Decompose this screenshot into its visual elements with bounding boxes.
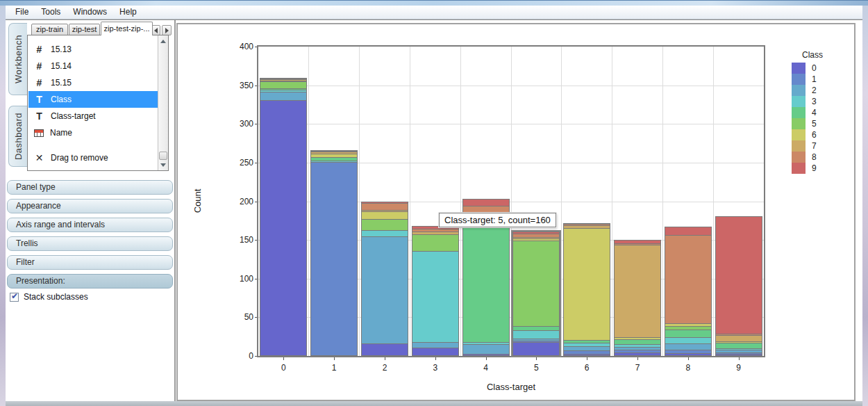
bar-segment-class-2[interactable] bbox=[564, 346, 610, 351]
bar-segment-class-2[interactable] bbox=[260, 92, 306, 100]
bar-segment-class-0[interactable] bbox=[665, 353, 711, 355]
accordion-header-presentation[interactable]: Presentation: bbox=[7, 274, 173, 289]
dataset-tab-zip-test-zip-[interactable]: zip-test-zip-... bbox=[101, 22, 153, 35]
bar-segment-class-0[interactable] bbox=[513, 342, 559, 355]
legend-label: 3 bbox=[812, 97, 817, 106]
bar-segment-class-0[interactable] bbox=[716, 354, 762, 355]
bar-segment-class-4[interactable] bbox=[513, 326, 559, 331]
menu-item-tools[interactable]: Tools bbox=[35, 6, 67, 19]
list-item-name[interactable]: Name bbox=[28, 124, 158, 141]
bar-segment-class-3[interactable] bbox=[665, 337, 711, 343]
accordion-header-axis-range-and-intervals[interactable]: Axis range and intervals bbox=[7, 218, 173, 232]
bar-segment-class-7[interactable] bbox=[716, 335, 762, 341]
accordion-header-filter[interactable]: Filter bbox=[7, 255, 173, 270]
bar-class-target-5[interactable] bbox=[512, 232, 560, 356]
legend-swatch-icon bbox=[792, 96, 806, 107]
list-item-label: 15.15 bbox=[51, 78, 72, 88]
bar-segment-class-4[interactable] bbox=[615, 339, 660, 345]
bar-segment-class-4[interactable] bbox=[665, 330, 711, 337]
legend-row-class-5: 5 bbox=[792, 118, 833, 129]
bar-segment-class-0[interactable] bbox=[412, 348, 458, 355]
bar-class-target-6[interactable] bbox=[563, 223, 610, 356]
legend-label: 8 bbox=[812, 152, 817, 162]
bar-segment-class-5[interactable] bbox=[260, 81, 306, 88]
bar-segment-class-7[interactable] bbox=[615, 245, 660, 338]
bar-segment-class-2[interactable] bbox=[412, 342, 458, 348]
bar-segment-class-0[interactable] bbox=[362, 343, 408, 355]
y-tick-label: 50 bbox=[219, 312, 253, 323]
legend: Class 0123456789 bbox=[792, 50, 833, 174]
bar-segment-class-8[interactable] bbox=[665, 235, 711, 324]
vertical-tab-workbench[interactable]: Workbench bbox=[8, 23, 27, 95]
bar-segment-class-9[interactable] bbox=[716, 216, 762, 334]
accordion-header-panel-type[interactable]: Panel type bbox=[7, 180, 173, 195]
list-item-15-13[interactable]: #15.13 bbox=[28, 41, 158, 58]
bar-segment-class-0[interactable] bbox=[260, 100, 306, 355]
y-tick-label: 200 bbox=[219, 197, 253, 207]
menu-item-windows[interactable]: Windows bbox=[67, 6, 113, 19]
legend-row-class-2: 2 bbox=[792, 85, 833, 96]
accordion-header-appearance[interactable]: Appearance bbox=[7, 199, 173, 213]
list-item-15-15[interactable]: #15.15 bbox=[28, 74, 158, 91]
bar-segment-class-6[interactable] bbox=[362, 211, 408, 219]
bar-segment-class-9[interactable] bbox=[665, 227, 711, 234]
bar-class-target-0[interactable] bbox=[260, 78, 307, 356]
bar-segment-class-3[interactable] bbox=[362, 230, 408, 236]
gridline-vertical bbox=[410, 47, 410, 356]
bar-segment-class-8[interactable] bbox=[463, 206, 509, 213]
y-tick-label: 400 bbox=[219, 42, 253, 52]
bar-segment-class-4[interactable] bbox=[716, 343, 762, 348]
bar-segment-class-0[interactable] bbox=[463, 354, 509, 355]
accordion-header-trellis[interactable]: Trellis bbox=[7, 236, 173, 251]
vertical-tab-dashboard[interactable]: Dashboard bbox=[8, 106, 27, 167]
list-item-class-target[interactable]: TClass-target bbox=[28, 108, 158, 124]
numeric-icon: # bbox=[34, 77, 44, 88]
gridline-vertical bbox=[561, 47, 562, 356]
bar-segment-class-0[interactable] bbox=[564, 354, 610, 355]
bar-class-target-1[interactable] bbox=[310, 150, 358, 356]
bar-segment-class-0[interactable] bbox=[615, 352, 660, 355]
bar-segment-class-8[interactable] bbox=[362, 203, 408, 210]
x-tick-label: 0 bbox=[266, 363, 301, 373]
dataset-tab-zip-train[interactable]: zip-train bbox=[31, 24, 68, 35]
scroll-down-button[interactable] bbox=[158, 160, 168, 170]
x-tick-label: 3 bbox=[418, 363, 453, 373]
list-item-15-14[interactable]: #15.14 bbox=[28, 58, 158, 74]
scroll-up-button[interactable] bbox=[158, 36, 168, 46]
bar-segment-class-1[interactable] bbox=[311, 162, 357, 355]
bar-class-target-3[interactable] bbox=[412, 226, 459, 356]
bar-class-target-7[interactable] bbox=[614, 240, 661, 356]
list-item-drag-to-remove[interactable]: ✕Drag to remove bbox=[28, 149, 158, 166]
tab-scroll-right-button[interactable] bbox=[162, 25, 172, 35]
bar-segment-class-2[interactable] bbox=[463, 344, 509, 353]
menu-item-file[interactable]: File bbox=[9, 6, 35, 19]
bar-class-target-8[interactable] bbox=[665, 227, 712, 356]
menu-item-help[interactable]: Help bbox=[113, 6, 143, 19]
bar-class-target-9[interactable] bbox=[715, 216, 762, 356]
list-item-class[interactable]: TClass bbox=[28, 91, 158, 108]
dataset-tab-zip-test[interactable]: zip-test bbox=[69, 24, 100, 35]
stack-subclasses-checkbox[interactable]: ✔ bbox=[10, 293, 19, 302]
bar-class-target-2[interactable] bbox=[361, 202, 408, 356]
gridline-vertical bbox=[511, 47, 512, 356]
bar-segment-class-3[interactable] bbox=[412, 251, 458, 342]
bar-segment-class-2[interactable] bbox=[362, 236, 408, 344]
bar-segment-class-5[interactable] bbox=[412, 234, 458, 250]
list-item-label: Class bbox=[51, 95, 72, 104]
list-item-label: Class-target bbox=[51, 111, 96, 121]
numeric-icon: # bbox=[34, 60, 44, 72]
text-icon: T bbox=[34, 111, 44, 122]
list-item-label: 15.14 bbox=[51, 61, 72, 71]
bar-segment-class-6[interactable] bbox=[564, 228, 610, 340]
legend-label: 9 bbox=[812, 163, 817, 173]
x-tick-mark bbox=[283, 357, 284, 360]
bar-segment-class-5[interactable] bbox=[362, 219, 408, 230]
list-scrollbar[interactable] bbox=[158, 35, 168, 170]
bar-segment-class-5[interactable] bbox=[513, 241, 559, 325]
bar-segment-class-9[interactable] bbox=[463, 199, 509, 206]
bar-segment-class-4[interactable] bbox=[463, 224, 509, 342]
legend-row-class-0: 0 bbox=[792, 63, 833, 74]
scroll-thumb[interactable] bbox=[159, 152, 167, 160]
bar-segment-class-3[interactable] bbox=[513, 330, 559, 338]
bar-segment-class-2[interactable] bbox=[665, 343, 711, 350]
